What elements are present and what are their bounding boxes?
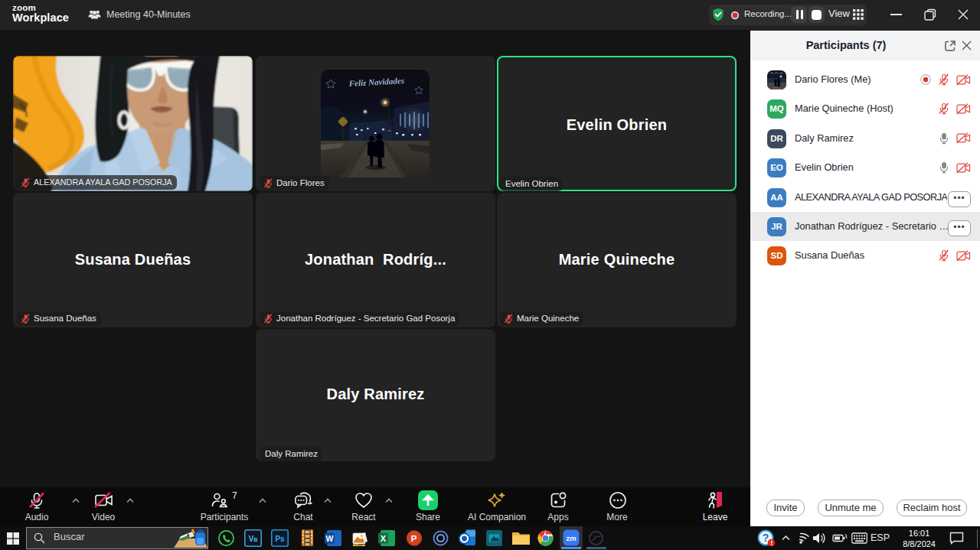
svg-text:X: X: [381, 534, 387, 543]
svg-text:W: W: [326, 534, 334, 543]
svg-text:zm: zm: [566, 534, 576, 542]
svg-text:P: P: [411, 534, 417, 543]
svg-text:Ps: Ps: [275, 535, 285, 543]
